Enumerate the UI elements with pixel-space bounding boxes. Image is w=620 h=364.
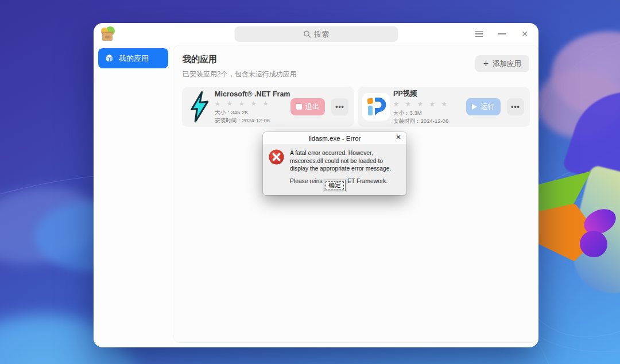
app-name: Microsoft® .NET Frame⋯ (215, 90, 290, 98)
page-subtitle: 已安装应用2个，包含未运行成功应用 (183, 69, 297, 79)
app-meta: 大小：3.3M 安装时间：2024-12-06 (393, 109, 466, 125)
app-size: 大小：3.3M (393, 109, 466, 117)
cube-icon (105, 54, 114, 63)
dialog-title: ildasm.exe - Error (309, 135, 361, 142)
content-header: 我的应用 已安装应用2个，包含未运行成功应用 + 添加应用 (173, 45, 538, 79)
search-icon (303, 30, 311, 38)
app-card-list: Microsoft® .NET Frame⋯ ★ ★ ★ ★ ★ 大小：345.… (182, 87, 530, 127)
sidebar: 我的应用 (94, 45, 173, 347)
menu-icon[interactable] (474, 29, 483, 38)
exit-label: 退出 (305, 102, 320, 112)
app-card-info: PP视频 ★ ★ ★ ★ ★ 大小：3.3M 安装时间：2024-12-06 (393, 89, 466, 125)
dialog-titlebar: ildasm.exe - Error ✕ (263, 132, 406, 144)
app-size: 大小：345.2K (215, 109, 290, 117)
dialog-close-button[interactable]: ✕ (396, 133, 401, 141)
dialog-body: A fatal error occurred. However, mscoree… (263, 144, 406, 185)
search-placeholder: 搜索 (314, 29, 329, 40)
app-meta: 大小：345.2K 安装时间：2024-12-06 (215, 109, 290, 125)
minimize-button[interactable] (497, 29, 506, 38)
exit-app-button[interactable]: 退出 (290, 98, 325, 115)
dialog-paragraph-1: A fatal error occurred. However, mscoree… (290, 149, 400, 173)
star-rating: ★ ★ ★ ★ ★ (393, 100, 466, 108)
sidebar-item-label: 我的应用 (119, 53, 149, 64)
plus-icon: + (483, 59, 489, 68)
add-app-button[interactable]: + 添加应用 (475, 55, 529, 72)
minimize-icon (498, 33, 506, 34)
app-install-time: 安装时间：2024-12-06 (215, 117, 290, 125)
dialog-ok-label: 确定 (329, 181, 341, 189)
header-text: 我的应用 已安装应用2个，包含未运行成功应用 (183, 54, 297, 79)
app-logo-icon (99, 26, 115, 42)
run-label: 运行 (480, 102, 495, 112)
ellipsis-icon: ••• (335, 103, 344, 111)
error-dialog: ildasm.exe - Error ✕ A fatal error occur… (263, 132, 406, 195)
pptv-logo-icon (362, 91, 390, 123)
app-name: PP视频 (393, 89, 466, 99)
card-actions: 运行 ••• (466, 98, 524, 115)
stop-icon (296, 104, 302, 110)
close-button[interactable]: ✕ (520, 29, 529, 38)
app-install-time: 安装时间：2024-12-06 (393, 117, 466, 125)
play-icon (472, 104, 477, 110)
dialog-ok-button[interactable]: 确定 (324, 180, 346, 191)
card-actions: 退出 ••• (290, 98, 348, 115)
more-options-button[interactable]: ••• (331, 98, 348, 115)
app-card-pptv: PP视频 ★ ★ ★ ★ ★ 大小：3.3M 安装时间：2024-12-06 运… (358, 87, 530, 127)
lightning-icon (187, 91, 211, 123)
titlebar: 搜索 ✕ (94, 23, 538, 45)
run-app-button[interactable]: 运行 (466, 98, 501, 115)
add-app-label: 添加应用 (493, 59, 521, 69)
star-rating: ★ ★ ★ ★ ★ (215, 100, 290, 107)
more-options-button[interactable]: ••• (507, 98, 524, 115)
window-controls: ✕ (474, 29, 529, 38)
error-icon (269, 149, 284, 165)
close-icon: ✕ (521, 29, 528, 38)
app-card-info: Microsoft® .NET Frame⋯ ★ ★ ★ ★ ★ 大小：345.… (215, 90, 290, 125)
sidebar-item-my-apps[interactable]: 我的应用 (98, 48, 168, 68)
app-card-dotnet: Microsoft® .NET Frame⋯ ★ ★ ★ ★ ★ 大小：345.… (182, 87, 354, 127)
search-input[interactable]: 搜索 (234, 26, 398, 42)
window-body: 我的应用 我的应用 已安装应用2个，包含未运行成功应用 + 添加应用 (94, 45, 538, 347)
page-title: 我的应用 (183, 54, 297, 65)
ellipsis-icon: ••• (511, 103, 520, 111)
